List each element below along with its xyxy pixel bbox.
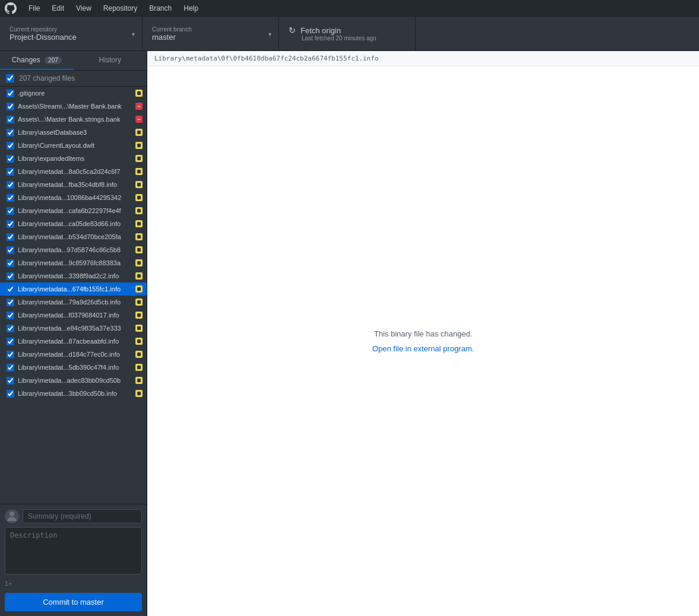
- menu-branch[interactable]: Branch: [144, 2, 176, 15]
- file-name: Library\metadata...674fb155fc1.info: [18, 285, 131, 293]
- tab-changes[interactable]: Changes 207: [0, 51, 74, 70]
- file-checkbox[interactable]: [7, 220, 14, 228]
- file-checkbox[interactable]: [7, 207, 14, 215]
- file-name: Library\metadat...87acbeaabfd.info: [18, 338, 131, 345]
- file-checkbox[interactable]: [7, 377, 14, 385]
- file-status-icon: [135, 193, 143, 202]
- file-list-item[interactable]: .gitignore: [0, 87, 147, 100]
- file-checkbox[interactable]: [7, 272, 14, 280]
- fetch-origin-section[interactable]: ↻ Fetch origin Last fetched 20 minutes a…: [279, 17, 416, 50]
- file-checkbox[interactable]: [7, 194, 14, 202]
- file-list-item[interactable]: Library\metada...97d58746c86c5b8: [0, 243, 147, 256]
- file-status-icon: [135, 285, 143, 293]
- file-name: .gitignore: [18, 90, 131, 97]
- menu-edit[interactable]: Edit: [47, 2, 69, 15]
- file-checkbox[interactable]: [7, 338, 14, 345]
- file-list-item[interactable]: Library\assetDatabase3: [0, 126, 147, 139]
- main-content: Changes 207 History 207 changed files .g…: [0, 51, 699, 616]
- file-list-item[interactable]: Library\metadat...d184c77ec0c.info: [0, 348, 147, 361]
- file-list-item[interactable]: Library\CurrentLayout.dwlt: [0, 139, 147, 152]
- menu-view[interactable]: View: [71, 2, 96, 15]
- file-list-item[interactable]: Assets\...\Master Bank.strings.bank−: [0, 113, 147, 126]
- file-checkbox[interactable]: [7, 103, 14, 110]
- menu-file[interactable]: File: [24, 2, 45, 15]
- current-branch-section[interactable]: Current branch master ▾: [143, 17, 279, 50]
- svg-point-0: [10, 512, 14, 516]
- repo-dropdown-icon: ▾: [132, 30, 135, 37]
- file-name: Library\metadat...ca05de83d66.info: [18, 220, 131, 227]
- commit-extras-icon: 1+: [5, 580, 12, 587]
- file-checkbox[interactable]: [7, 181, 14, 189]
- file-list-item[interactable]: Library\metadat...8a0c5ca2d24c6f7: [0, 165, 147, 178]
- file-status-icon: [135, 259, 143, 267]
- fetch-subtitle: Last fetched 20 minutes ago: [302, 35, 406, 42]
- avatar: [5, 509, 19, 523]
- file-checkbox[interactable]: [7, 233, 14, 241]
- file-name: Library\metadat...79a9d26d5cb.info: [18, 299, 131, 306]
- file-checkbox[interactable]: [7, 312, 14, 319]
- file-checkbox[interactable]: [7, 142, 14, 150]
- menu-repository[interactable]: Repository: [99, 2, 142, 15]
- file-checkbox[interactable]: [7, 299, 14, 306]
- file-list-item[interactable]: Library\metadat...b534d70bce205fa: [0, 230, 147, 243]
- file-status-icon: [135, 337, 143, 345]
- file-checkbox[interactable]: [7, 116, 14, 123]
- file-list-item[interactable]: Library\metadat...cafa6b22297f4e4f: [0, 204, 147, 217]
- changes-badge: 207: [45, 56, 62, 64]
- file-checkbox[interactable]: [7, 351, 14, 358]
- file-status-icon: −: [135, 115, 143, 123]
- file-list-item[interactable]: Library\metadat...9c85976fc88383a: [0, 256, 147, 269]
- fetch-icon: ↻: [289, 26, 296, 35]
- file-list-item[interactable]: Library\metadat...79a9d26d5cb.info: [0, 296, 147, 309]
- file-checkbox[interactable]: [7, 390, 14, 398]
- file-checkbox[interactable]: [7, 325, 14, 332]
- file-status-icon: [135, 272, 143, 280]
- file-checkbox[interactable]: [7, 90, 14, 97]
- file-status-icon: −: [135, 102, 143, 110]
- file-list-item[interactable]: Library\metadat...f0379684017.info: [0, 309, 147, 322]
- summary-input[interactable]: [23, 509, 142, 523]
- description-input[interactable]: [5, 527, 142, 574]
- file-list-item[interactable]: Library\metadat...3398f9ad2c2.info: [0, 269, 147, 282]
- file-list-item[interactable]: Assets\Streami...\Master Bank.bank−: [0, 100, 147, 113]
- current-repo-section[interactable]: Current repository Project-Dissonance ▾: [0, 17, 143, 50]
- tab-history[interactable]: History: [74, 51, 147, 70]
- file-status-icon: [135, 298, 143, 306]
- file-list-item[interactable]: Library\metadat...5db390c47f4.info: [0, 361, 147, 374]
- file-list-item[interactable]: Library\metadat...fba35c4dbf8.info: [0, 178, 147, 191]
- menu-help[interactable]: Help: [179, 2, 203, 15]
- file-checkbox[interactable]: [7, 259, 14, 267]
- commit-footer: 1+: [5, 580, 142, 587]
- file-list-item[interactable]: Library\metadat...87acbeaabfd.info: [0, 335, 147, 348]
- file-list-item[interactable]: Library\metada...adec83bb09cd50b: [0, 374, 147, 387]
- file-checkbox[interactable]: [7, 129, 14, 136]
- file-list-item[interactable]: Library\expandedItems: [0, 152, 147, 165]
- file-status-icon: [135, 89, 143, 97]
- file-list-item[interactable]: Library\metada...10086ba44295342: [0, 191, 147, 204]
- changed-files-count: 207 changed files: [19, 74, 75, 82]
- file-list-item[interactable]: Library\metadata...674fb155fc1.info: [0, 282, 147, 296]
- commit-area: 1+ Commit to master: [0, 504, 147, 616]
- diff-area: This binary file has changed. Open file …: [147, 66, 699, 616]
- file-name: Library\metadat...cafa6b22297f4e4f: [18, 207, 131, 214]
- toolbar: Current repository Project-Dissonance ▾ …: [0, 17, 699, 51]
- file-list-item[interactable]: Library\metadat...3bb09cd50b.info: [0, 387, 147, 400]
- file-name: Library\metadat...b534d70bce205fa: [18, 233, 131, 240]
- file-name: Library\metadat...f0379684017.info: [18, 312, 131, 319]
- file-status-icon: [135, 324, 143, 332]
- file-checkbox[interactable]: [7, 155, 14, 163]
- file-checkbox[interactable]: [7, 285, 14, 293]
- commit-button[interactable]: Commit to master: [5, 593, 142, 611]
- select-all-checkbox[interactable]: [6, 74, 14, 82]
- file-list-item[interactable]: Library\metada...e84c9835a37e333: [0, 322, 147, 335]
- file-name: Library\metada...97d58746c86c5b8: [18, 246, 131, 253]
- current-repo-label: Current repository: [10, 26, 132, 33]
- open-external-link[interactable]: Open file in external program.: [372, 344, 474, 353]
- file-checkbox[interactable]: [7, 364, 14, 371]
- file-status-icon: [135, 233, 143, 241]
- file-name: Library\metadat...3398f9ad2c2.info: [18, 272, 131, 280]
- file-status-icon: [135, 128, 143, 136]
- file-checkbox[interactable]: [7, 246, 14, 254]
- file-list-item[interactable]: Library\metadat...ca05de83d66.info: [0, 217, 147, 230]
- file-checkbox[interactable]: [7, 168, 14, 176]
